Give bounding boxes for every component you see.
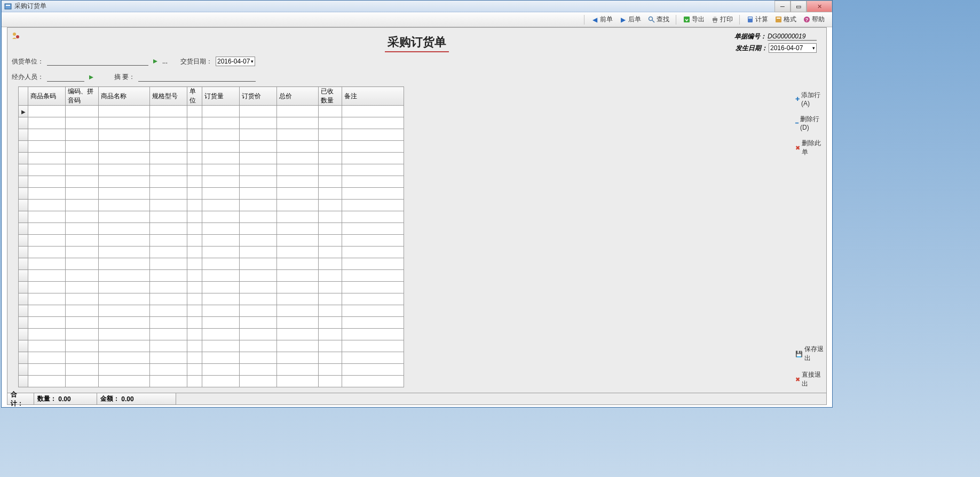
grid-cell[interactable] — [99, 340, 150, 352]
grid-cell[interactable] — [66, 340, 99, 352]
grid-cell[interactable] — [187, 164, 202, 176]
grid-cell[interactable] — [28, 329, 66, 340]
handler-input[interactable] — [47, 73, 84, 82]
table-row[interactable] — [19, 282, 404, 293]
grid-cell[interactable] — [28, 364, 66, 376]
table-row[interactable] — [19, 211, 404, 223]
grid-cell[interactable] — [277, 200, 319, 211]
grid-cell[interactable] — [66, 247, 99, 258]
grid-cell[interactable] — [319, 117, 342, 129]
grid-cell[interactable] — [99, 282, 150, 293]
table-row[interactable] — [19, 176, 404, 188]
grid-cell[interactable] — [99, 305, 150, 317]
table-row[interactable] — [19, 235, 404, 247]
grid-cell[interactable] — [319, 329, 342, 340]
grid-cell[interactable] — [319, 141, 342, 153]
grid-cell[interactable] — [28, 223, 66, 235]
row-header[interactable] — [19, 340, 28, 352]
grid-cell[interactable] — [240, 141, 277, 153]
grid-cell[interactable] — [66, 223, 99, 235]
grid-cell[interactable] — [240, 188, 277, 200]
grid-cell[interactable] — [202, 293, 240, 305]
grid-cell[interactable] — [319, 106, 342, 117]
grid-cell[interactable] — [319, 364, 342, 376]
grid-cell[interactable] — [28, 129, 66, 141]
grid-cell[interactable] — [342, 117, 404, 129]
row-header[interactable] — [19, 235, 28, 247]
grid-cell[interactable] — [240, 329, 277, 340]
row-header[interactable] — [19, 270, 28, 282]
grid-cell[interactable] — [319, 164, 342, 176]
grid-cell[interactable] — [342, 329, 404, 340]
direct-exit-button[interactable]: ✖ 直接退出 — [795, 370, 824, 388]
grid-cell[interactable] — [150, 364, 187, 376]
grid-cell[interactable] — [150, 305, 187, 317]
grid-cell[interactable] — [342, 106, 404, 117]
grid-cell[interactable] — [150, 352, 187, 364]
grid-cell[interactable] — [342, 305, 404, 317]
grid-cell[interactable] — [99, 223, 150, 235]
grid-cell[interactable] — [202, 141, 240, 153]
grid-cell[interactable] — [240, 340, 277, 352]
grid-cell[interactable] — [342, 223, 404, 235]
grid-cell[interactable] — [202, 270, 240, 282]
col-header[interactable]: 已收数量 — [319, 87, 342, 106]
grid-cell[interactable] — [66, 317, 99, 329]
handler-lookup-icon[interactable] — [88, 74, 95, 81]
col-header[interactable]: 单位 — [187, 87, 202, 106]
grid-cell[interactable] — [187, 352, 202, 364]
grid-cell[interactable] — [28, 176, 66, 188]
grid-cell[interactable] — [28, 270, 66, 282]
grid-cell[interactable] — [240, 164, 277, 176]
grid-cell[interactable] — [150, 164, 187, 176]
table-row[interactable] — [19, 317, 404, 329]
grid-cell[interactable] — [28, 258, 66, 270]
grid-cell[interactable] — [240, 247, 277, 258]
grid-cell[interactable] — [277, 364, 319, 376]
row-header[interactable] — [19, 317, 28, 329]
grid-cell[interactable] — [99, 258, 150, 270]
grid-cell[interactable] — [202, 376, 240, 387]
grid-cell[interactable] — [319, 376, 342, 387]
prev-doc-button[interactable]: ◀ 前单 — [589, 14, 615, 25]
grid-cell[interactable] — [342, 235, 404, 247]
grid-cell[interactable] — [187, 188, 202, 200]
grid-cell[interactable] — [150, 340, 187, 352]
delete-doc-button[interactable]: ✖ 删除此单 — [795, 139, 824, 157]
grid-cell[interactable] — [342, 153, 404, 164]
grid-cell[interactable] — [342, 129, 404, 141]
grid-cell[interactable] — [240, 352, 277, 364]
grid-cell[interactable] — [202, 200, 240, 211]
grid-cell[interactable] — [277, 129, 319, 141]
grid-cell[interactable] — [99, 200, 150, 211]
grid-cell[interactable] — [319, 352, 342, 364]
row-header[interactable] — [19, 176, 28, 188]
grid-cell[interactable] — [66, 164, 99, 176]
grid-cell[interactable] — [99, 211, 150, 223]
grid-cell[interactable] — [202, 305, 240, 317]
grid-cell[interactable] — [187, 376, 202, 387]
grid-cell[interactable] — [277, 329, 319, 340]
col-header[interactable]: 商品条码 — [28, 87, 66, 106]
grid-cell[interactable] — [277, 176, 319, 188]
grid-cell[interactable] — [319, 211, 342, 223]
grid-cell[interactable] — [99, 188, 150, 200]
grid-cell[interactable] — [187, 317, 202, 329]
print-button[interactable]: 打印 — [709, 14, 735, 25]
table-row[interactable] — [19, 188, 404, 200]
maximize-button[interactable]: ▭ — [791, 1, 807, 12]
grid-cell[interactable] — [319, 223, 342, 235]
grid-cell[interactable] — [66, 258, 99, 270]
grid-cell[interactable] — [277, 117, 319, 129]
table-row[interactable] — [19, 293, 404, 305]
find-button[interactable]: 查找 — [645, 14, 671, 25]
grid-cell[interactable] — [28, 305, 66, 317]
grid-cell[interactable] — [150, 329, 187, 340]
grid-cell[interactable] — [150, 117, 187, 129]
grid-cell[interactable] — [187, 293, 202, 305]
row-header[interactable] — [19, 211, 28, 223]
table-row[interactable] — [19, 352, 404, 364]
grid-cell[interactable] — [319, 317, 342, 329]
grid-cell[interactable] — [28, 188, 66, 200]
grid-cell[interactable] — [202, 340, 240, 352]
